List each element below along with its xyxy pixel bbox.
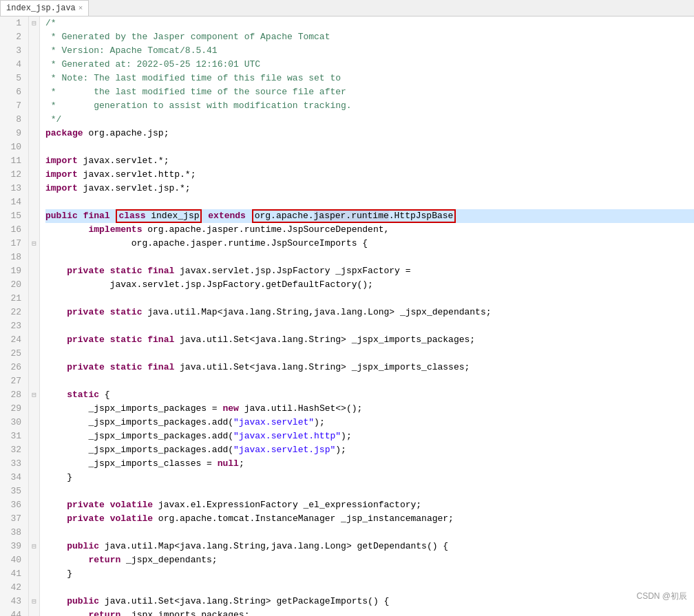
fold-indicator — [29, 127, 39, 140]
class-index-box: class index_jsp — [116, 209, 202, 223]
line-number: 24 — [4, 333, 24, 347]
token: _jspx_imports_packages.add( — [45, 443, 233, 457]
line-number: 34 — [4, 471, 24, 485]
token — [45, 553, 88, 567]
token: package — [45, 127, 83, 140]
token: org.apache.tomcat.InstanceManager _jsp_i… — [153, 512, 454, 526]
token: import — [45, 154, 78, 168]
token — [45, 361, 67, 374]
code-line — [45, 251, 694, 264]
code-line: public java.util.Map<java.lang.String,ja… — [45, 540, 694, 553]
line-number: 36 — [4, 498, 24, 512]
line-number: 6 — [4, 85, 24, 99]
line-numbers-col: 1234567891011121314151617181920212223242… — [0, 17, 29, 616]
token: import — [45, 182, 78, 195]
line-number: 10 — [4, 140, 24, 154]
code-line — [45, 485, 694, 498]
token: java.util.Map<java.lang.String,java.lang… — [99, 540, 448, 553]
line-number: 2 — [4, 30, 24, 44]
token — [45, 498, 67, 512]
tab-close-icon[interactable]: × — [78, 4, 83, 12]
token: java.util.Set<java.lang.String> getPacka… — [99, 595, 389, 608]
fold-indicator — [29, 485, 39, 498]
fold-indicator — [29, 416, 39, 429]
token: org.apache.jsp; — [83, 127, 169, 140]
token: javax.servlet.jsp.JspFactory.getDefaultF… — [45, 278, 373, 292]
line-number: 16 — [4, 223, 24, 237]
token: * the last modified time of the source f… — [45, 85, 346, 99]
fold-indicator[interactable]: ⊟ — [29, 17, 39, 30]
token: _jspx_imports_packages.add( — [45, 429, 233, 443]
fold-indicator — [29, 553, 39, 567]
fold-indicator — [29, 251, 39, 264]
code-line: */ — [45, 113, 694, 127]
file-tab[interactable]: index_jsp.java × — [0, 0, 89, 16]
keyword-extends: extends — [208, 209, 246, 223]
code-line — [45, 347, 694, 361]
token: } — [45, 471, 72, 485]
fold-indicator — [29, 72, 39, 85]
token: java.util.Map<java.lang.String,java.lang… — [142, 306, 491, 319]
token: ); — [335, 443, 346, 457]
token: = — [207, 457, 212, 471]
token: } — [45, 567, 72, 581]
fold-indicator — [29, 471, 39, 485]
code-line: javax.servlet.jsp.JspFactory.getDefaultF… — [45, 278, 694, 292]
line-number: 32 — [4, 443, 24, 457]
token: _jspx_imports_packages — [45, 402, 212, 416]
line-number: 12 — [4, 168, 24, 182]
token: private static final — [67, 333, 174, 347]
fold-indicator[interactable]: ⊟ — [29, 595, 39, 608]
fold-indicator — [29, 567, 39, 581]
keyword-final: final — [83, 209, 110, 223]
code-line: _jspx_imports_classes = null; — [45, 457, 694, 471]
fold-indicator — [29, 457, 39, 471]
fold-indicator[interactable]: ⊟ — [29, 540, 39, 553]
code-line: * generation to assist with modification… — [45, 99, 694, 113]
fold-indicator — [29, 443, 39, 457]
token — [212, 457, 218, 471]
line-number: 23 — [4, 319, 24, 333]
line-number: 15 — [4, 209, 24, 223]
line-number: 33 — [4, 457, 24, 471]
code-line: private static final javax.servlet.jsp.J… — [45, 264, 694, 278]
code-line: private static final java.util.Set<java.… — [45, 333, 694, 347]
code-area[interactable]: /* * Generated by the Jasper component o… — [40, 17, 694, 616]
code-line — [45, 195, 694, 209]
token: _jspx_imports_classes — [45, 457, 207, 471]
line-number: 25 — [4, 347, 24, 361]
code-line: org.apache.jasper.runtime.JspSourceImpor… — [45, 237, 694, 251]
line-number: 44 — [4, 608, 24, 616]
fold-indicator — [29, 429, 39, 443]
fold-indicator[interactable]: ⊟ — [29, 237, 39, 251]
fold-indicator — [29, 85, 39, 99]
fold-indicator[interactable]: ⊟ — [29, 388, 39, 402]
token — [45, 540, 67, 553]
token: new — [222, 402, 238, 416]
token: javax.el.ExpressionFactory _el_expressio… — [153, 498, 421, 512]
token: implements — [88, 223, 142, 237]
line-number: 22 — [4, 306, 24, 319]
token: _jspx_imports_packages; — [120, 608, 249, 616]
token: public — [67, 540, 99, 553]
line-number: 28 — [4, 388, 24, 402]
line-number: 5 — [4, 72, 24, 85]
fold-indicator — [29, 333, 39, 347]
code-line: * the last modified time of the source f… — [45, 85, 694, 99]
fold-indicator — [29, 608, 39, 616]
token — [45, 223, 88, 237]
fold-indicator — [29, 347, 39, 361]
token — [45, 608, 88, 616]
fold-indicator — [29, 223, 39, 237]
token: java.util.HashSet<>(); — [239, 402, 362, 416]
code-line — [45, 319, 694, 333]
token: private static final — [67, 264, 174, 278]
fold-indicator — [29, 209, 39, 223]
token: "javax.servlet.jsp" — [233, 443, 335, 457]
code-line: public final class index_jsp extends org… — [45, 209, 694, 223]
line-number: 39 — [4, 540, 24, 553]
token: _jspx_dependants; — [120, 553, 217, 567]
code-line: _jspx_imports_packages.add("javax.servle… — [45, 429, 694, 443]
line-number: 20 — [4, 278, 24, 292]
watermark: CSDN @初辰 — [636, 591, 687, 602]
